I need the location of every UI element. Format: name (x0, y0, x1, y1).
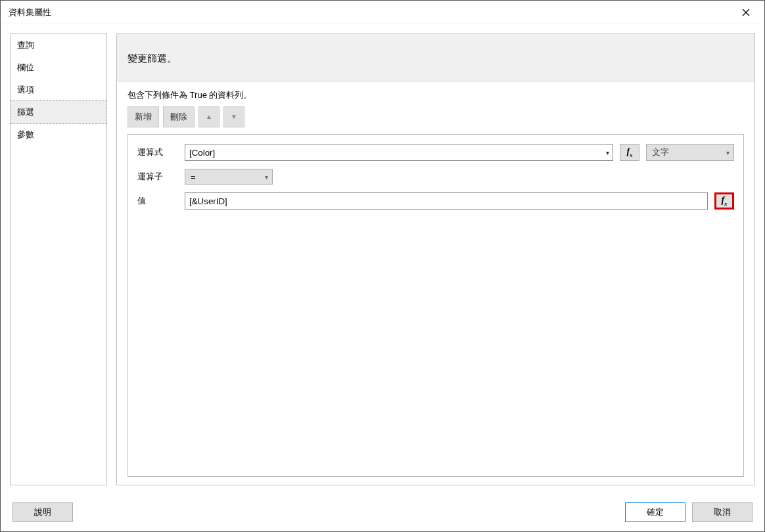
arrow-down-icon: ▼ (231, 113, 237, 120)
filter-toolbar: 新增 刪除 ▲ ▼ (128, 106, 744, 127)
sidebar-item-parameters[interactable]: 參數 (11, 123, 106, 146)
help-button[interactable]: 說明 (12, 502, 73, 522)
value-label: 值 (137, 195, 178, 207)
content-header: 變更篩選。 (117, 34, 754, 81)
delete-button[interactable]: 刪除 (163, 106, 195, 127)
data-type-value: 文字 (652, 146, 669, 158)
value-input[interactable] (185, 192, 708, 210)
sidebar-item-fields[interactable]: 欄位 (11, 56, 106, 79)
value-fx-button[interactable]: fx (714, 192, 734, 210)
title-bar: 資料集屬性 (1, 1, 764, 24)
sidebar-item-filters[interactable]: 篩選 (10, 100, 107, 124)
move-down-button[interactable]: ▼ (223, 106, 244, 127)
dialog-footer: 說明 確定 取消 (1, 495, 764, 531)
sidebar-item-query[interactable]: 查詢 (11, 34, 106, 56)
content-panel: 變更篩選。 包含下列條件為 True 的資料列。 新增 刪除 ▲ ▼ 運算式 (116, 33, 755, 485)
fx-icon: fx (626, 146, 632, 158)
sidebar-item-options[interactable]: 選項 (11, 79, 106, 101)
fx-icon: fx (721, 195, 727, 207)
add-button[interactable]: 新增 (128, 106, 159, 127)
operator-label: 運算子 (137, 171, 178, 183)
filter-instruction: 包含下列條件為 True 的資料列。 (128, 89, 744, 101)
operator-select[interactable]: = ▾ (185, 169, 273, 185)
window-title: 資料集屬性 (6, 7, 733, 18)
nav-sidebar: 查詢 欄位 選項 篩選 參數 (10, 33, 107, 485)
data-type-select[interactable]: 文字 ▾ (646, 144, 734, 161)
dialog-body: 查詢 欄位 選項 篩選 參數 變更篩選。 包含下列條件為 True 的資料列。 … (1, 24, 764, 495)
value-row: 值 fx (137, 192, 734, 210)
chevron-down-icon: ▾ (726, 149, 730, 156)
operator-row: 運算子 = ▾ (137, 169, 734, 185)
ok-button[interactable]: 確定 (625, 502, 685, 522)
filter-definition-panel: 運算式 ▾ fx 文字 ▾ 運算 (128, 134, 744, 477)
dataset-properties-dialog: 資料集屬性 查詢 欄位 選項 篩選 參數 變更篩選。 包含下列條件為 True … (0, 0, 765, 532)
move-up-button[interactable]: ▲ (198, 106, 220, 127)
cancel-button[interactable]: 取消 (692, 502, 753, 522)
expression-row: 運算式 ▾ fx 文字 ▾ (137, 144, 734, 161)
chevron-down-icon: ▾ (265, 173, 268, 181)
expression-fx-button[interactable]: fx (620, 144, 639, 161)
content-body: 包含下列條件為 True 的資料列。 新增 刪除 ▲ ▼ 運算式 (117, 81, 754, 485)
arrow-up-icon: ▲ (206, 113, 212, 120)
close-icon (742, 9, 750, 16)
expression-input[interactable] (185, 144, 613, 161)
close-button[interactable] (733, 3, 759, 22)
operator-value: = (191, 172, 196, 182)
expression-label: 運算式 (137, 146, 178, 158)
